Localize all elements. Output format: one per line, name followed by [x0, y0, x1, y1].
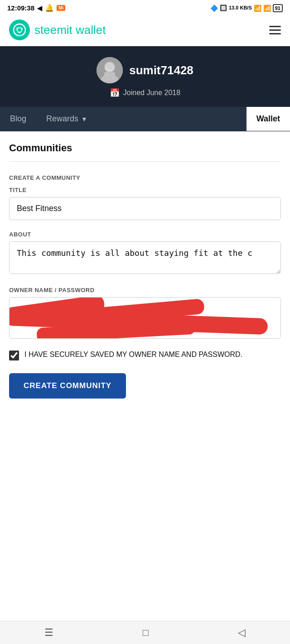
signal-icon: 📶: [263, 5, 271, 12]
profile-section: sumit71428 📅 Joined June 2018: [0, 46, 290, 107]
main-content: Communities CREATE A COMMUNITY TITLE ABO…: [0, 131, 290, 450]
username: sumit71428: [129, 63, 193, 77]
svg-point-1: [18, 28, 21, 32]
status-time: 12:09:38: [7, 4, 34, 12]
about-label: ABOUT: [9, 231, 281, 238]
join-date: 📅 Joined June 2018: [110, 88, 180, 98]
title-label: TITLE: [9, 187, 281, 193]
mi-notification-icon: Mi: [57, 5, 65, 11]
about-form-group: ABOUT This community is all about stayin…: [9, 231, 281, 276]
divider: [9, 161, 281, 162]
svg-point-6: [106, 62, 114, 70]
calendar-icon: 📅: [110, 88, 120, 98]
app-header: steemit wallet: [0, 14, 290, 46]
menu-button[interactable]: [269, 26, 281, 34]
status-bar: 12:09:38 ◀ 🔔 Mi 🔷 🔲 13.0 KB/S 📶 📶 91: [0, 0, 290, 14]
logo-icon: [9, 19, 30, 40]
page-title: Communities: [9, 142, 281, 154]
save-confirm-checkbox[interactable]: [9, 351, 19, 360]
wifi-icon: 📶: [254, 5, 261, 12]
chevron-down-icon: ▼: [81, 115, 87, 123]
svg-rect-7: [104, 72, 115, 80]
create-community-button[interactable]: CREATE COMMUNITY: [9, 373, 126, 399]
about-input[interactable]: This community is all about staying fit …: [9, 241, 281, 274]
title-form-group: TITLE: [9, 187, 281, 220]
tab-blog[interactable]: Blog: [0, 107, 36, 131]
nav-arrow-icon: ◀: [37, 5, 42, 12]
tab-rewards[interactable]: Rewards ▼: [36, 107, 97, 131]
app-logo: steemit wallet: [9, 19, 106, 40]
avatar: [97, 57, 123, 83]
nfc-icon: 🔲: [220, 5, 227, 11]
title-input[interactable]: [9, 197, 281, 220]
save-confirm-label: I HAVE SECURELY SAVED MY OWNER NAME AND …: [24, 350, 242, 360]
bluetooth-icon: 🔷: [210, 5, 218, 12]
alert-icon: 🔔: [45, 4, 54, 12]
checkbox-row: I HAVE SECURELY SAVED MY OWNER NAME AND …: [9, 350, 281, 360]
tab-wallet[interactable]: Wallet: [246, 107, 290, 131]
password-field-inner: [10, 298, 280, 338]
owner-password-form-group: OWNER NAME / PASSWORD: [9, 287, 281, 339]
app-title: steemit wallet: [34, 23, 106, 37]
battery-icon: 91: [273, 4, 283, 12]
create-community-label: CREATE A COMMUNITY: [9, 174, 281, 181]
network-speed: 13.0 KB/S: [229, 5, 252, 11]
nav-tabs: Blog Rewards ▼ Wallet: [0, 107, 290, 131]
owner-password-label: OWNER NAME / PASSWORD: [9, 287, 281, 293]
password-field-container[interactable]: [9, 297, 281, 339]
